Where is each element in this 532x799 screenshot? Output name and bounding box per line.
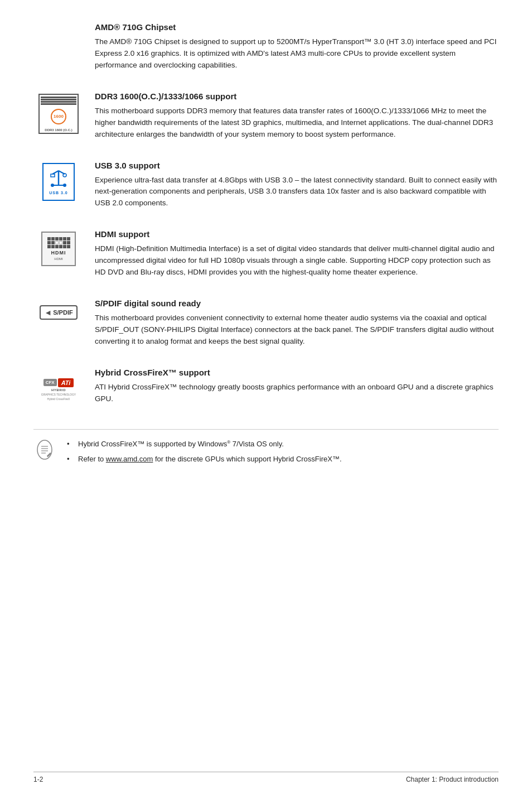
- section-hdmi: HDMI HDMI HDMI support HDMI (High-Defini…: [33, 229, 499, 278]
- section-amd: AMD® 710G Chipset The AMD® 710G Chipset …: [33, 22, 499, 71]
- note-text-1: Hybrid CrossFireX™ is supported by Windo…: [78, 439, 284, 450]
- hdmi-icon-col: HDMI HDMI: [33, 229, 84, 266]
- hdmi-cell: [63, 241, 66, 244]
- hdmi-cell: [67, 237, 70, 240]
- note-item-1: • Hybrid CrossFireX™ is supported by Win…: [67, 439, 499, 450]
- hdmi-body: HDMI (High-Definition Multimedia Interfa…: [95, 243, 499, 278]
- section-cfx: CFX ATi HYBRID GRAPHICS TECHNOLOGY Hybri…: [33, 368, 499, 409]
- spdif-icon: ◄ S/PDIF: [40, 301, 78, 324]
- hdmi-grid: [47, 237, 70, 248]
- cfx-title: Hybrid CrossFireX™ support: [95, 368, 499, 377]
- note-icon-col: [33, 439, 56, 461]
- footer-chapter: Chapter 1: Product introduction: [406, 776, 499, 783]
- hdmi-cell: [59, 241, 62, 244]
- cfx-badge: CFX: [43, 379, 57, 386]
- usb-icon: USB 3.0: [42, 163, 75, 201]
- hybrid-text: HYBRID: [51, 388, 66, 392]
- ddr3-content: DDR3 1600(O.C.)/1333/1066 support This m…: [84, 92, 499, 141]
- note-text-2: Refer to www.amd.com for the discrete GP…: [78, 454, 342, 465]
- hybrid-sub: GRAPHICS TECHNOLOGY: [41, 393, 76, 396]
- hdmi-cell: [67, 245, 70, 248]
- page: AMD® 710G Chipset The AMD® 710G Chipset …: [0, 0, 532, 514]
- notes-section: • Hybrid CrossFireX™ is supported by Win…: [33, 429, 499, 469]
- svg-point-8: [37, 440, 52, 459]
- hdmi-cell: [51, 245, 55, 248]
- amd-title: AMD® 710G Chipset: [95, 22, 499, 32]
- section-spdif: ◄ S/PDIF S/PDIF digital sound ready This…: [33, 299, 499, 348]
- cfx-icon-col: CFX ATi HYBRID GRAPHICS TECHNOLOGY Hybri…: [33, 368, 84, 409]
- hdmi-sublabel: HDMI: [54, 257, 62, 261]
- hdmi-cell: [59, 237, 62, 240]
- notes-content: • Hybrid CrossFireX™ is supported by Win…: [56, 439, 499, 469]
- footer-page-number: 1-2: [33, 776, 43, 783]
- hybrid-brand: Hybrid CrossFireX: [47, 397, 70, 401]
- hdmi-title: HDMI support: [95, 229, 499, 239]
- section-usb: USB 3.0 USB 3.0 support Experience ultra…: [33, 161, 499, 210]
- usb-body: Experience ultra-fast data transfer at 4…: [95, 175, 499, 210]
- usb-label-text: USB 3.0: [49, 191, 67, 195]
- ddr3-line-3: [41, 101, 76, 103]
- hdmi-cell: [55, 237, 59, 240]
- hdmi-cell: [51, 237, 55, 240]
- spdif-text: S/PDIF: [53, 309, 72, 316]
- ddr3-body: This motherboard supports DDR3 memory th…: [95, 105, 499, 141]
- hdmi-cell: [63, 245, 66, 248]
- ddr3-circle: 1600: [51, 109, 66, 124]
- hdmi-cell: [67, 241, 70, 244]
- hdmi-cell: [47, 241, 51, 244]
- spdif-badge: ◄ S/PDIF: [40, 305, 77, 320]
- spdif-icon-col: ◄ S/PDIF: [33, 299, 84, 324]
- usb-title: USB 3.0 support: [95, 161, 499, 170]
- svg-point-6: [51, 184, 54, 187]
- cfx-body: ATI Hybrid CrossFireX™ technology greatl…: [95, 382, 499, 405]
- hdmi-cell: [47, 237, 51, 240]
- ddr3-bottom-label: DDR3 1600 (O.C.): [45, 128, 72, 132]
- ddr3-title: DDR3 1600(O.C.)/1333/1066 support: [95, 92, 499, 101]
- amd-body: The AMD® 710G Chipset is designed to sup…: [95, 36, 499, 71]
- bullet-1: •: [67, 439, 74, 450]
- ddr3-line-4: [41, 103, 76, 105]
- bullet-2: •: [67, 454, 74, 465]
- ddr3-icon: 1600 DDR3 1600 (O.C.): [38, 94, 79, 134]
- spdif-arrow: ◄: [44, 308, 52, 317]
- svg-point-7: [63, 184, 66, 187]
- hdmi-cell: [51, 241, 55, 244]
- note-item-2: • Refer to www.amd.com for the discrete …: [67, 454, 499, 465]
- amd-link[interactable]: www.amd.com: [106, 455, 153, 463]
- hdmi-cell: [63, 237, 66, 240]
- cfx-content: Hybrid CrossFireX™ support ATI Hybrid Cr…: [84, 368, 499, 405]
- pencil-icon: [36, 439, 54, 460]
- cfx-icon: CFX ATi HYBRID GRAPHICS TECHNOLOGY Hybri…: [36, 370, 81, 409]
- hdmi-content: HDMI support HDMI (High-Definition Multi…: [84, 229, 499, 278]
- hdmi-cell: [47, 245, 51, 248]
- spdif-content: S/PDIF digital sound ready This motherbo…: [84, 299, 499, 348]
- spdif-body: This motherboard provides convenient con…: [95, 312, 499, 348]
- svg-rect-3: [51, 174, 55, 177]
- ddr3-line-1: [41, 97, 76, 98]
- hdmi-icon: HDMI HDMI: [41, 232, 76, 266]
- ddr3-icon-col: 1600 DDR3 1600 (O.C.): [33, 92, 84, 134]
- hdmi-cell: [55, 241, 59, 244]
- ddr3-lines: [41, 97, 76, 105]
- amd-content: AMD® 710G Chipset The AMD® 710G Chipset …: [33, 22, 499, 71]
- hdmi-cell: [55, 245, 59, 248]
- ati-badge: ATi: [58, 378, 74, 387]
- section-ddr3: 1600 DDR3 1600 (O.C.) DDR3 1600(O.C.)/13…: [33, 92, 499, 141]
- usb-content: USB 3.0 support Experience ultra-fast da…: [84, 161, 499, 210]
- cfx-top-row: CFX ATi: [43, 378, 74, 387]
- svg-line-1: [52, 171, 59, 174]
- hdmi-cell: [59, 245, 62, 248]
- usb-icon-col: USB 3.0: [33, 161, 84, 201]
- hdmi-label-text: HDMI: [51, 250, 66, 256]
- usb-symbol-svg: [48, 169, 69, 190]
- spdif-title: S/PDIF digital sound ready: [95, 299, 499, 308]
- footer: 1-2 Chapter 1: Product introduction: [33, 772, 499, 783]
- ddr3-line-2: [41, 99, 76, 100]
